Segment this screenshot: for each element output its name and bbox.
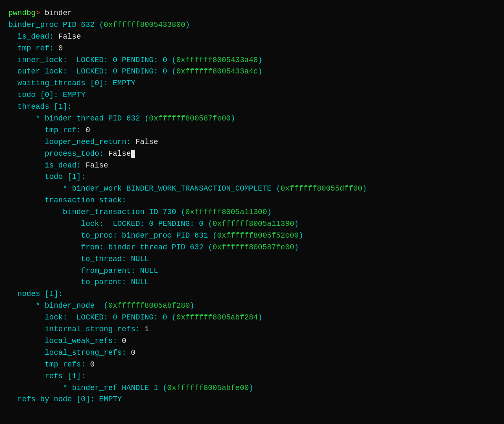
thread-is-dead-value: False (86, 161, 108, 170)
todo-0-label: todo [0]: EMPTY (8, 91, 86, 99)
to-proc-close: ) (299, 231, 303, 240)
local-strong-refs-value: 0 (131, 348, 136, 357)
inner-lock-addr: 0xffffff8005433a48 (176, 56, 258, 64)
tx-lock-label: lock: LOCKED: 0 PENDING: 0 ( (8, 220, 213, 228)
waiting-threads-label: waiting_threads [0]: EMPTY (8, 79, 135, 87)
to-proc-label: to_proc: binder_proc PID 631 ( (8, 231, 217, 240)
from-line: from: binder_thread PID 632 (0xffffff800… (8, 242, 496, 254)
binder-thread-addr: 0xffffff800587fe00 (149, 114, 231, 123)
looper-need-return-value: False (135, 138, 158, 146)
binder-work-line: * binder_work BINDER_WORK_TRANSACTION_CO… (8, 183, 496, 195)
tx-lock-close: ) (294, 220, 299, 228)
binder-transaction-addr: 0xffffff8005a11300 (185, 208, 267, 216)
todo-1-line: todo [1]: (8, 171, 496, 183)
tmp-ref-label: tmp_ref: (8, 44, 58, 52)
prompt-username: pwndbg (8, 9, 36, 17)
tx-lock-addr: 0xffffff8005a11390 (213, 220, 294, 228)
waiting-threads-line: waiting_threads [0]: EMPTY (8, 78, 496, 89)
outer-lock-line: outer_lock: LOCKED: 0 PENDING: 0 (0xffff… (8, 66, 496, 78)
process-todo-label: process_todo: (8, 149, 108, 158)
binder-proc-label: binder_proc PID 632 ( (8, 21, 104, 29)
binder-thread-line: * binder_thread PID 632 (0xffffff800587f… (8, 113, 496, 125)
tmp-refs-label: tmp_refs: (8, 360, 90, 369)
terminal-output: pwndbg> binder binder_proc PID 632 (0xff… (8, 8, 496, 406)
nodes-1-label: nodes [1]: (8, 290, 63, 298)
binder-ref-addr: 0xffffff8005abfe00 (167, 384, 249, 392)
tmp-refs-value: 0 (90, 360, 94, 369)
internal-strong-refs-value: 1 (144, 325, 149, 333)
binder-proc-line: binder_proc PID 632 (0xffffff8005433800) (8, 19, 496, 31)
looper-need-return-label: looper_need_return: (8, 138, 135, 146)
from-addr: 0xffffff800587fe00 (213, 243, 294, 251)
binder-transaction-close: ) (267, 208, 272, 216)
outer-lock-addr: 0xffffff8005433a4c (176, 67, 258, 76)
outer-lock-label: outer_lock: LOCKED: 0 PENDING: 0 ( (8, 67, 176, 76)
local-weak-refs-line: local_weak_refs: 0 (8, 335, 496, 347)
thread-is-dead-label: is_dead: (8, 161, 86, 170)
binder-node-label: * binder_node ( (8, 301, 108, 310)
binder-work-close: ) (362, 184, 367, 193)
node-lock-addr: 0xffffff8005abf284 (176, 313, 258, 322)
binder-thread-label: * binder_thread PID 632 ( (8, 114, 149, 123)
text-cursor (131, 150, 135, 158)
prompt-line: pwndbg> binder (8, 8, 496, 19)
thread-tmp-ref-line: tmp_ref: 0 (8, 125, 496, 136)
refs-by-node-label: refs_by_node [0]: EMPTY (8, 395, 122, 403)
binder-node-close: ) (190, 301, 194, 310)
node-lock-label: lock: LOCKED: 0 PENDING: 0 ( (8, 313, 176, 322)
inner-lock-close: ) (258, 56, 262, 64)
binder-transaction-line: binder_transaction ID 730 (0xffffff8005a… (8, 207, 496, 218)
internal-strong-refs-line: internal_strong_refs: 1 (8, 324, 496, 335)
command-text: binder (45, 9, 72, 17)
from-parent-line: from_parent: NULL (8, 265, 496, 277)
thread-tmp-ref-value: 0 (86, 126, 90, 134)
transaction-stack-line: transaction_stack: (8, 195, 496, 207)
thread-tmp-ref-label: tmp_ref: (8, 126, 86, 134)
node-lock-close: ) (258, 313, 262, 322)
process-todo-line: process_todo: False (8, 148, 496, 160)
nodes-1-line: nodes [1]: (8, 288, 496, 300)
refs-by-node-line: refs_by_node [0]: EMPTY (8, 394, 496, 406)
looper-need-return-line: looper_need_return: False (8, 136, 496, 148)
transaction-stack-label: transaction_stack: (8, 196, 126, 204)
binder-ref-close: ) (249, 384, 254, 392)
process-todo-value: False (108, 149, 131, 158)
binder-transaction-label: binder_transaction ID 730 ( (8, 208, 185, 216)
binder-work-addr: 0xffffff80055dff00 (281, 184, 362, 193)
refs-1-label: refs [1]: (8, 372, 86, 380)
to-thread-line: to_thread: NULL (8, 254, 496, 265)
binder-node-line: * binder_node (0xffffff8005abf280) (8, 300, 496, 312)
binder-thread-close: ) (231, 114, 235, 123)
to-proc-addr: 0xffffff8005f52c00 (217, 231, 299, 240)
tmp-refs-line: tmp_refs: 0 (8, 359, 496, 371)
from-label: from: binder_thread PID 632 ( (8, 243, 213, 251)
refs-1-line: refs [1]: (8, 371, 496, 382)
to-parent-line: to_parent: NULL (8, 277, 496, 288)
to-parent-label: to_parent: NULL (8, 278, 149, 286)
threads-1-label: threads [1]: (8, 102, 72, 111)
local-strong-refs-line: local_strong_refs: 0 (8, 347, 496, 359)
from-close: ) (294, 243, 299, 251)
binder-proc-addr: 0xffffff8005433800 (104, 21, 185, 29)
to-proc-line: to_proc: binder_proc PID 631 (0xffffff80… (8, 230, 496, 242)
binder-ref-label: * binder_ref HANDLE 1 ( (8, 384, 167, 392)
from-parent-label: from_parent: NULL (8, 267, 158, 275)
tmp-ref-line: tmp_ref: 0 (8, 43, 496, 55)
internal-strong-refs-label: internal_strong_refs: (8, 325, 144, 333)
tmp-ref-value: 0 (58, 44, 63, 52)
local-strong-refs-label: local_strong_refs: (8, 348, 131, 357)
local-weak-refs-value: 0 (122, 337, 126, 345)
todo-0-line: todo [0]: EMPTY (8, 89, 496, 101)
binder-proc-close: ) (185, 21, 190, 29)
prompt-arrow: > (36, 9, 45, 17)
is-dead-value: False (58, 32, 81, 41)
local-weak-refs-label: local_weak_refs: (8, 337, 122, 345)
binder-ref-line: * binder_ref HANDLE 1 (0xffffff8005abfe0… (8, 382, 496, 394)
tx-lock-line: lock: LOCKED: 0 PENDING: 0 (0xffffff8005… (8, 218, 496, 230)
to-thread-label: to_thread: NULL (8, 255, 149, 263)
binder-work-label: * binder_work BINDER_WORK_TRANSACTION_CO… (8, 184, 281, 193)
binder-node-addr: 0xffffff8005abf280 (108, 301, 190, 310)
is-dead-line: is_dead: False (8, 31, 496, 43)
inner-lock-label: inner_lock: LOCKED: 0 PENDING: 0 ( (8, 56, 176, 64)
node-lock-line: lock: LOCKED: 0 PENDING: 0 (0xffffff8005… (8, 312, 496, 324)
